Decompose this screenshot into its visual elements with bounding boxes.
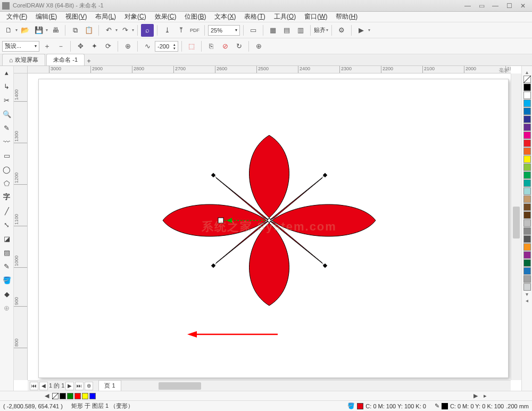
- copy-button[interactable]: ⧉: [69, 24, 81, 37]
- smart-fill-tool[interactable]: ◆: [2, 289, 12, 299]
- redo-button[interactable]: ↷▾: [119, 24, 134, 37]
- menu-file[interactable]: 文件(F): [2, 11, 31, 22]
- zoom-tool[interactable]: 🔍: [2, 109, 12, 119]
- palette-swatch[interactable]: [523, 243, 531, 251]
- ruler-origin[interactable]: [14, 66, 28, 73]
- minimize-inner-button[interactable]: —: [461, 1, 475, 11]
- open-button[interactable]: 📂: [19, 24, 31, 37]
- shape-tool[interactable]: ↳: [2, 81, 12, 92]
- add-new-distortion-button[interactable]: ⬚: [185, 40, 198, 53]
- horizontal-scrollbar[interactable]: [127, 382, 511, 390]
- palette-swatch[interactable]: [523, 267, 531, 275]
- save-button[interactable]: 💾▾: [32, 24, 48, 37]
- snap-to-button[interactable]: 贴齐▾: [314, 26, 328, 34]
- export-button[interactable]: ⤒: [174, 24, 187, 37]
- horizontal-ruler[interactable]: 毫米 3000 2900 2800 2700 2600 2500 2400 23…: [28, 66, 511, 73]
- center-distortion-button[interactable]: ⊕: [121, 40, 134, 53]
- text-tool[interactable]: 字: [2, 192, 12, 202]
- quick-customize-button[interactable]: ⊕: [2, 302, 12, 313]
- palette-swatch[interactable]: [523, 211, 531, 219]
- prev-page-button[interactable]: ◀: [39, 382, 48, 390]
- color-eyedropper-tool[interactable]: ✎: [2, 261, 12, 272]
- outline-indicator[interactable]: ✎ C: 0 M: 0 Y: 0 K: 100 .200 mm: [435, 402, 529, 409]
- palette-swatch[interactable]: [523, 187, 531, 195]
- vertical-ruler[interactable]: 1400 1300 1200 1100 1000 900 800: [14, 73, 28, 380]
- palette-swatch[interactable]: [523, 283, 531, 291]
- convert-curve-button[interactable]: ↻: [232, 40, 245, 53]
- connector-tool[interactable]: ⤡: [2, 219, 12, 230]
- palette-swatch[interactable]: [523, 155, 531, 163]
- palette-swatch[interactable]: [523, 171, 531, 179]
- menu-bitmap[interactable]: 位图(B): [180, 11, 210, 22]
- doc-palette-flyout-button[interactable]: ▸: [481, 392, 489, 399]
- palette-swatch[interactable]: [523, 92, 531, 99]
- clear-distortion-button[interactable]: ⊘: [219, 40, 231, 53]
- palette-swatch[interactable]: [523, 235, 531, 243]
- palette-swatch[interactable]: [523, 195, 531, 203]
- palette-swatch[interactable]: [523, 84, 531, 91]
- doc-palette-swatch[interactable]: [74, 393, 81, 399]
- menu-help[interactable]: 帮助(H): [331, 11, 362, 22]
- paste-button[interactable]: 📋: [82, 24, 95, 37]
- doc-palette-swatch[interactable]: [60, 393, 66, 399]
- search-content-button[interactable]: ⌕: [141, 24, 154, 37]
- menu-edit[interactable]: 编辑(E): [31, 11, 61, 22]
- palette-up-button[interactable]: ▴: [526, 69, 528, 75]
- palette-swatch[interactable]: [523, 251, 531, 259]
- palette-swatch[interactable]: [523, 131, 531, 139]
- minimize-button[interactable]: —: [488, 1, 502, 11]
- parallel-dimension-tool[interactable]: ╱: [2, 206, 12, 216]
- print-button[interactable]: 🖶: [49, 24, 62, 37]
- palette-swatch[interactable]: [523, 275, 531, 283]
- show-rulers-button[interactable]: ▦: [267, 24, 279, 37]
- menu-table[interactable]: 表格(T): [240, 11, 269, 22]
- palette-swatch[interactable]: [523, 259, 531, 267]
- last-page-button[interactable]: ⏭: [75, 382, 84, 390]
- add-page-button[interactable]: ⊕: [85, 382, 93, 390]
- add-preset-button[interactable]: ＋: [40, 40, 53, 53]
- palette-swatch[interactable]: [523, 124, 531, 131]
- artistic-media-tool[interactable]: 〰: [2, 136, 12, 147]
- import-button[interactable]: ⤓: [161, 24, 173, 37]
- menu-object[interactable]: 对象(C): [120, 11, 151, 22]
- new-tab-button[interactable]: ＋: [86, 56, 92, 65]
- tab-welcome[interactable]: ⌂欢迎屏幕: [2, 54, 45, 65]
- amplitude-input[interactable]: -200▴▾: [155, 41, 178, 52]
- new-button[interactable]: 🗋▾: [2, 24, 18, 37]
- palette-swatch[interactable]: [523, 179, 531, 187]
- pick-tool[interactable]: ▴: [2, 67, 12, 78]
- show-grid-button[interactable]: ▤: [280, 24, 293, 37]
- palette-swatch[interactable]: [523, 227, 531, 235]
- palette-swatch[interactable]: [523, 163, 531, 171]
- palette-swatch[interactable]: [523, 139, 531, 147]
- menu-window[interactable]: 窗口(W): [300, 11, 331, 22]
- drop-shadow-tool[interactable]: ◪: [2, 233, 12, 244]
- zipper-button[interactable]: ✦: [88, 40, 101, 53]
- page-tab-1[interactable]: 页 1: [98, 380, 121, 391]
- palette-swatch[interactable]: [523, 147, 531, 155]
- twister-button[interactable]: ⟳: [102, 40, 114, 53]
- show-guidelines-button[interactable]: ▥: [294, 24, 307, 37]
- doc-palette-swatch[interactable]: [89, 393, 96, 399]
- palette-swatch[interactable]: [523, 108, 531, 115]
- doc-palette-swatch[interactable]: [82, 393, 88, 399]
- fill-indicator[interactable]: 🪣 C: 0 M: 100 Y: 100 K: 0: [347, 402, 426, 409]
- tab-document[interactable]: 未命名 -1: [46, 54, 85, 65]
- menu-effects[interactable]: 效果(C): [151, 11, 181, 22]
- artwork-flower[interactable]: [120, 114, 418, 327]
- doc-palette-left-button[interactable]: ◀: [43, 392, 51, 399]
- doc-palette-right-button[interactable]: ▶: [471, 392, 480, 399]
- palette-swatch[interactable]: [523, 116, 531, 123]
- zoom-level-combo[interactable]: 25%▾: [208, 25, 240, 36]
- palette-swatch[interactable]: [523, 203, 531, 211]
- next-page-button[interactable]: ▶: [65, 382, 74, 390]
- first-page-button[interactable]: ⏮: [30, 382, 38, 390]
- copy-distortion-button[interactable]: ⎘: [205, 40, 218, 53]
- interactive-fill-tool[interactable]: 🪣: [2, 275, 12, 285]
- close-button[interactable]: ✕: [516, 1, 530, 11]
- rectangle-tool[interactable]: ▭: [2, 150, 12, 161]
- menu-text[interactable]: 文本(X): [210, 11, 240, 22]
- menu-layout[interactable]: 布局(L): [91, 11, 120, 22]
- doc-palette-swatch[interactable]: [67, 393, 73, 399]
- doc-palette-none[interactable]: [52, 393, 59, 399]
